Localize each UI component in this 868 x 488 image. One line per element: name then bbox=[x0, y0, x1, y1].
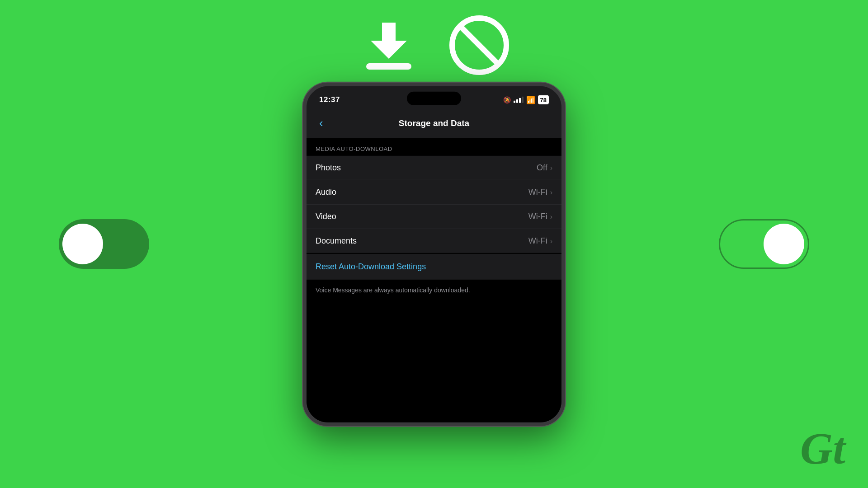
svg-line-2 bbox=[459, 25, 500, 66]
nav-bar: ‹ Storage and Data bbox=[307, 110, 561, 138]
wifi-icon: 📶 bbox=[526, 95, 535, 104]
phone-wrapper: 12:37 🔕 📶 78 ‹ bbox=[303, 83, 565, 426]
gt-logo: Gt bbox=[800, 422, 845, 474]
audio-setting-row[interactable]: Audio Wi-Fi › bbox=[307, 180, 561, 205]
video-value-text: Wi-Fi bbox=[528, 212, 547, 221]
page-title: Storage and Data bbox=[399, 118, 469, 128]
audio-value: Wi-Fi › bbox=[528, 188, 552, 197]
status-time: 12:37 bbox=[319, 95, 340, 104]
documents-value-text: Wi-Fi bbox=[528, 236, 547, 246]
status-icons: 🔕 📶 78 bbox=[503, 95, 549, 104]
toggle-left[interactable] bbox=[59, 219, 149, 269]
toggle-thumb-left bbox=[62, 224, 103, 264]
battery-indicator: 78 bbox=[538, 95, 549, 104]
video-label: Video bbox=[316, 212, 336, 221]
toggle-track-right bbox=[719, 219, 809, 269]
photos-value: Off › bbox=[537, 163, 552, 173]
photos-label: Photos bbox=[316, 163, 341, 173]
signal-bar-3 bbox=[519, 98, 521, 103]
audio-value-text: Wi-Fi bbox=[528, 188, 547, 197]
reset-auto-download-button[interactable]: Reset Auto-Download Settings bbox=[316, 262, 426, 271]
audio-chevron: › bbox=[550, 188, 552, 196]
documents-setting-row[interactable]: Documents Wi-Fi › bbox=[307, 229, 561, 253]
video-value: Wi-Fi › bbox=[528, 212, 552, 221]
background-icons bbox=[0, 0, 868, 77]
toggle-thumb-right bbox=[764, 224, 804, 264]
back-button[interactable]: ‹ bbox=[316, 114, 327, 132]
documents-chevron: › bbox=[550, 237, 552, 245]
settings-list: Photos Off › Audio Wi-Fi › Video bbox=[307, 156, 561, 253]
download-icon bbox=[357, 14, 420, 77]
toggle-track-left bbox=[59, 219, 149, 269]
audio-label: Audio bbox=[316, 188, 336, 197]
mute-icon: 🔕 bbox=[503, 96, 511, 103]
photos-chevron: › bbox=[550, 164, 552, 172]
signal-bars bbox=[514, 97, 524, 103]
footer-note: Voice Messages are always automatically … bbox=[307, 281, 561, 300]
documents-label: Documents bbox=[316, 236, 357, 246]
video-setting-row[interactable]: Video Wi-Fi › bbox=[307, 205, 561, 229]
phone: 12:37 🔕 📶 78 ‹ bbox=[303, 83, 565, 426]
reset-section: Reset Auto-Download Settings bbox=[307, 254, 561, 280]
photos-value-text: Off bbox=[537, 163, 547, 173]
signal-bar-1 bbox=[514, 101, 515, 103]
no-download-icon bbox=[448, 14, 511, 77]
documents-value: Wi-Fi › bbox=[528, 236, 552, 246]
svg-rect-0 bbox=[366, 63, 411, 70]
signal-bar-4 bbox=[522, 97, 524, 103]
toggle-right[interactable] bbox=[719, 219, 809, 269]
signal-bar-2 bbox=[516, 99, 518, 103]
content-area: MEDIA AUTO-DOWNLOAD Photos Off › Audio W… bbox=[307, 138, 561, 422]
photos-setting-row[interactable]: Photos Off › bbox=[307, 156, 561, 180]
video-chevron: › bbox=[550, 212, 552, 221]
section-header: MEDIA AUTO-DOWNLOAD bbox=[307, 138, 561, 156]
dynamic-island bbox=[407, 92, 461, 105]
